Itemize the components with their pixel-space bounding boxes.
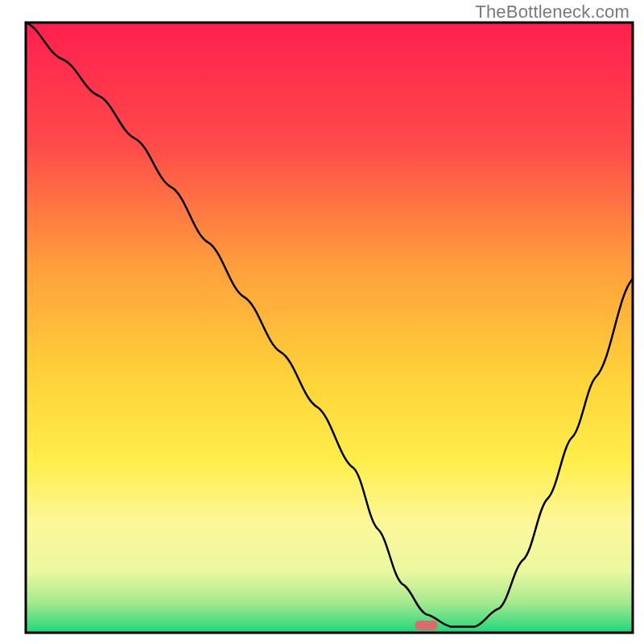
gradient-background xyxy=(26,23,633,633)
chart-container: TheBottleneck.com xyxy=(0,0,644,644)
optimal-marker xyxy=(415,621,438,630)
bottleneck-chart xyxy=(0,0,644,644)
watermark-text: TheBottleneck.com xyxy=(475,2,630,23)
plot-area xyxy=(26,23,633,633)
